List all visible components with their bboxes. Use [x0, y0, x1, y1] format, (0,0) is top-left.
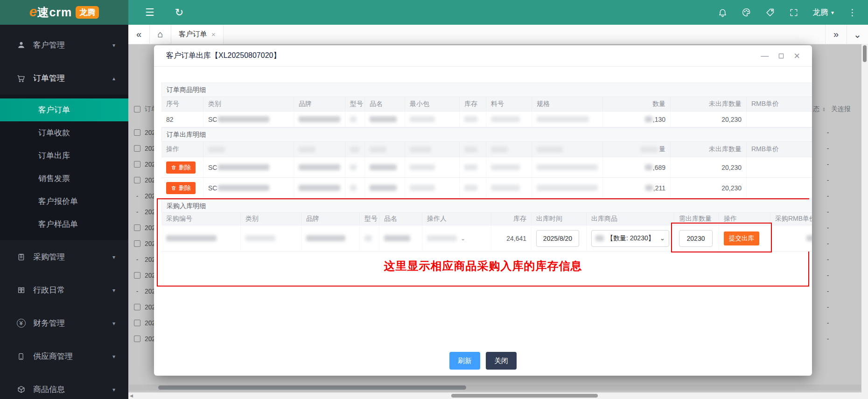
sidebar-item-order-mgmt[interactable]: 订单管理 ▴	[0, 62, 128, 95]
app: e速crm 龙腾 ☰ ↻ 龙腾 ▾ ⋮	[0, 0, 868, 399]
box-icon	[16, 385, 26, 394]
cell-name	[365, 157, 405, 177]
purchase-inbound-table: 采购入库明细 采购编号类别 品牌型号 品名操作人 库存出库时间 出库商品需出库数…	[161, 199, 812, 252]
trash-icon	[171, 185, 176, 191]
sidebar-subitem[interactable]: 订单出库	[0, 144, 128, 167]
more-menu-icon[interactable]: ⋮	[848, 7, 857, 18]
cell-unshipped: 20,230	[671, 157, 747, 177]
product-select[interactable]: 【数量: 20230】 ⌄	[591, 230, 669, 247]
tabs-collapse-left-icon[interactable]: «	[128, 25, 150, 44]
cell-brand	[294, 112, 345, 127]
scrollbar-thumb[interactable]	[863, 45, 867, 62]
delete-button[interactable]: 删除	[166, 182, 196, 194]
sidebar-item-product-info[interactable]: 商品信息 ▾	[0, 373, 128, 399]
cell-name	[365, 112, 405, 127]
cell-category: SC	[203, 178, 294, 198]
table-row: 82 SC ,130 20,230	[161, 112, 812, 127]
notification-bell-icon[interactable]	[718, 7, 728, 17]
delete-button[interactable]: 删除	[166, 161, 196, 174]
chevron-down-icon: ▾	[112, 254, 115, 260]
section-title: 采购入库明细	[161, 199, 812, 212]
table-header-row: 序号类别 品牌型号 品名最小包 库存料号 规格数量 未出库数量RMB单价	[161, 97, 812, 112]
user-name: 龙腾	[812, 7, 828, 18]
tab-close-icon[interactable]: ×	[211, 30, 216, 38]
cell-action: 删除	[161, 178, 203, 198]
cart-icon	[16, 74, 26, 83]
close-button[interactable]: 关闭	[486, 352, 517, 370]
cell-qty: ,130	[603, 112, 671, 127]
quantity-input[interactable]: 20230	[679, 230, 713, 247]
dialog-body: 订单商品明细 序号类别 品牌型号 品名最小包 库存料号 规格数量 未出库数量RM…	[154, 67, 812, 376]
close-icon[interactable]: ×	[794, 50, 800, 62]
vertical-scrollbar[interactable]	[861, 44, 868, 392]
sidebar-subitem[interactable]: 客户报价单	[0, 190, 128, 213]
app-header: e速crm 龙腾 ☰ ↻ 龙腾 ▾ ⋮	[0, 0, 868, 25]
cell-model	[345, 112, 365, 127]
chevron-down-icon: ▾	[112, 386, 115, 393]
cell-stock	[460, 112, 486, 127]
chevron-down-icon: ▾	[112, 353, 115, 360]
sidebar-item-admin-daily[interactable]: 行政日常 ▾	[0, 273, 128, 307]
sidebar-submenu-orders: 客户订单 订单收款 订单出库 销售发票 客户报价单 客户样品单	[0, 95, 128, 240]
date-input[interactable]: 2025/8/20	[536, 230, 579, 247]
trash-icon	[171, 165, 176, 170]
chevron-down-icon: ▾	[112, 287, 115, 294]
refresh-icon[interactable]: ↻	[175, 7, 183, 19]
cell-category	[241, 225, 301, 251]
minimize-icon[interactable]: —	[761, 51, 769, 61]
refresh-button[interactable]: 刷新	[449, 352, 480, 370]
submit-outbound-button[interactable]: 提交出库	[724, 231, 759, 245]
cell-part	[486, 112, 532, 127]
home-icon[interactable]: ⌂	[150, 25, 171, 44]
maximize-icon[interactable]	[778, 53, 784, 59]
tab-customer-orders[interactable]: 客户订单 ×	[171, 25, 224, 44]
yen-circle-icon: ¥	[16, 319, 26, 328]
cell-spec	[532, 157, 603, 177]
sidebar-item-supplier-mgmt[interactable]: 供应商管理 ▾	[0, 340, 128, 373]
sidebar-subitem[interactable]: 客户订单	[0, 98, 128, 121]
cell-required-qty: 20230	[674, 225, 719, 251]
chevron-down-icon: ▾	[112, 320, 115, 327]
cell-outbound-date: 2025/8/20	[532, 225, 587, 251]
sidebar-subitem[interactable]: 客户样品单	[0, 213, 128, 236]
cell-outbound-product: 【数量: 20230】 ⌄	[587, 225, 674, 251]
cell-category: SC	[203, 157, 294, 177]
sidebar-collapse-icon[interactable]: ☰	[145, 7, 154, 19]
cell-price	[747, 112, 812, 127]
cell-category: SC	[203, 112, 294, 127]
cell-model	[345, 157, 365, 177]
cell-unshipped: 20,230	[671, 178, 747, 198]
annotation-red-box: 采购入库明细 采购编号类别 品牌型号 品名操作人 库存出库时间 出库商品需出库数…	[157, 198, 809, 287]
sidebar-subitem[interactable]: 订单收款	[0, 121, 128, 144]
scroll-left-arrow[interactable]: ◀	[130, 393, 133, 398]
panel-collapse-icon[interactable]: ⌄	[847, 25, 868, 44]
sidebar-item-purchase-mgmt[interactable]: 采购管理 ▾	[0, 240, 128, 273]
section-title: 订单出库明细	[161, 127, 812, 141]
cell-model	[360, 225, 379, 251]
mobile-icon	[16, 352, 26, 361]
horizontal-scrollbar[interactable]: ◀ ▶	[128, 392, 868, 399]
cell-operator: ⌄	[422, 225, 491, 251]
sidebar-item-customer-mgmt[interactable]: 客户管理 ▾	[0, 28, 128, 62]
sidebar-subitem[interactable]: 销售发票	[0, 167, 128, 190]
scrollbar-thumb[interactable]	[451, 394, 598, 398]
cell-spec	[532, 112, 603, 127]
table-row: 删除 SC ,689 20,230	[161, 157, 812, 178]
cell-minpack	[405, 157, 460, 177]
fullscreen-icon[interactable]	[789, 8, 798, 17]
cell-spec	[532, 178, 603, 198]
table-row: ⌄ 24,641 2025/8/20 【数量: 20230】 ⌄ 20230 提…	[161, 225, 812, 252]
chevron-down-icon: ▾	[112, 42, 115, 49]
cell-brand	[294, 178, 345, 198]
theme-palette-icon[interactable]	[742, 7, 751, 17]
cell-price	[747, 178, 812, 198]
app-logo: e速crm 龙腾	[0, 0, 128, 25]
cell-model	[345, 178, 365, 198]
tabs-expand-right-icon[interactable]: »	[825, 25, 847, 44]
user-menu[interactable]: 龙腾 ▾	[812, 7, 834, 18]
dialog-footer: 刷新 关闭	[161, 352, 805, 370]
tag-icon[interactable]	[765, 7, 775, 17]
sidebar-item-finance-mgmt[interactable]: ¥ 财务管理 ▾	[0, 307, 128, 340]
cell-brand	[301, 225, 360, 251]
chevron-down-icon: ⌄	[660, 235, 665, 242]
